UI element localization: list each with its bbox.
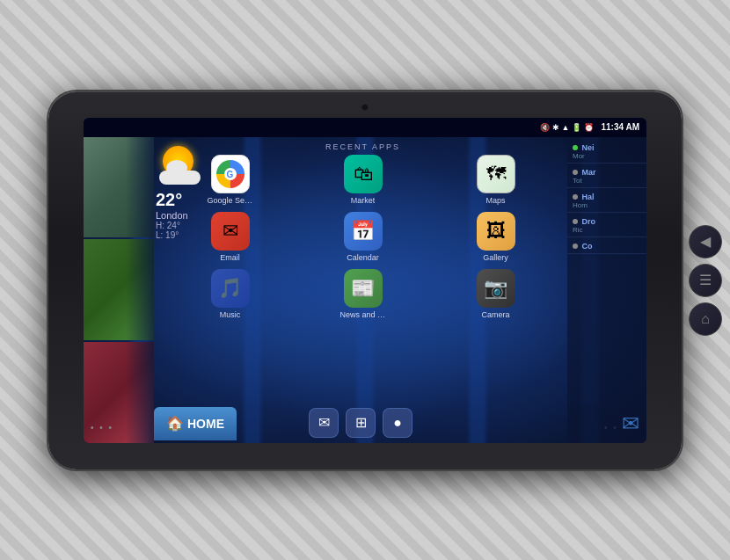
wifi-icon: ▲: [562, 123, 570, 132]
photo-landscape: [84, 137, 154, 238]
home-button[interactable]: ⌂: [689, 302, 722, 336]
news-weather-icon: 📰: [344, 269, 383, 308]
app-gallery[interactable]: 🖼 Gallery: [433, 212, 558, 262]
app-label-camera: Camera: [481, 310, 509, 319]
volume-off-icon: 🔇: [540, 123, 550, 132]
google-search-icon: [211, 155, 250, 193]
app-label-gallery: Gallery: [483, 253, 508, 262]
home-bar: • • • 🏠 HOME ✉ ⊞ ● • • •: [154, 404, 567, 443]
app-google-search[interactable]: Google Search: [167, 155, 293, 205]
app-news-weather[interactable]: 📰 News and Wi: [300, 269, 426, 319]
menu-button[interactable]: ☰: [689, 264, 722, 297]
contact-2[interactable]: Mar Tot: [567, 165, 646, 188]
app-label-market: Market: [351, 196, 376, 205]
online-dot-4: [573, 219, 578, 224]
contact-status-3: Hom: [573, 201, 641, 209]
app-market[interactable]: 🛍 Market: [300, 155, 426, 205]
home-dock: ✉ ⊞ ●: [309, 408, 412, 438]
contact-4[interactable]: Dro Ric: [567, 215, 646, 237]
gallery-icon: 🖼: [477, 212, 515, 251]
envelope-large-icon: ✉: [622, 411, 639, 436]
apps-grid: Google Search 🛍 Market 🗺 Maps: [158, 155, 567, 319]
app-label-email: Email: [220, 253, 240, 262]
camera-icon: 📷: [477, 269, 515, 308]
app-maps[interactable]: 🗺 Maps: [433, 155, 558, 205]
music-icon: 🎵: [211, 269, 250, 308]
dock-email-icon[interactable]: ✉: [309, 408, 339, 438]
online-dot-2: [573, 170, 578, 175]
home-tab[interactable]: 🏠 HOME: [154, 407, 237, 440]
bluetooth-icon: ✱: [552, 123, 559, 132]
camera-dot: [361, 104, 369, 111]
envelope-overlay: ✉: [567, 404, 646, 443]
recent-apps-panel: RECENT APPS Google Search 🛍 Market: [158, 137, 567, 404]
app-camera[interactable]: 📷 Camera: [433, 269, 558, 319]
contact-name-4: Dro: [573, 217, 641, 226]
contact-name-5: Co: [573, 242, 641, 251]
contact-name-2: Mar: [573, 168, 641, 177]
app-label-maps: Maps: [485, 196, 505, 205]
battery-icon: 🔋: [572, 123, 581, 132]
back-button[interactable]: ◀: [689, 225, 722, 258]
dock-apps-icon[interactable]: ⊞: [346, 408, 376, 438]
email-icon: ✉: [211, 212, 250, 251]
alarm-icon: ⏰: [584, 123, 594, 132]
app-calendar[interactable]: 📅 Calendar: [300, 212, 426, 262]
contact-name-1: Nei: [573, 143, 641, 152]
status-icons: 🔇 ✱ ▲ 🔋 ⏰: [540, 123, 595, 132]
dock-search-icon[interactable]: ●: [383, 408, 412, 438]
photo-strip: [84, 137, 154, 443]
maps-icon: 🗺: [477, 155, 515, 193]
app-label-music: Music: [220, 310, 241, 319]
app-label-google-search: Google Search: [208, 196, 253, 205]
screen-content: 22° London H: 24° L: 19° RECENT APPS Goo…: [84, 137, 646, 443]
home-label: HOME: [187, 417, 224, 431]
calendar-icon: 📅: [344, 212, 383, 251]
contact-status-2: Tot: [573, 177, 641, 185]
contact-1[interactable]: Nei Mor: [567, 141, 646, 164]
market-icon: 🛍: [344, 155, 383, 193]
app-email[interactable]: ✉ Email: [167, 212, 293, 262]
house-icon: 🏠: [166, 415, 184, 432]
photo-green: [84, 239, 154, 340]
contact-status-1: Mor: [573, 152, 641, 160]
tablet-screen: 🔇 ✱ ▲ 🔋 ⏰ 11:34 AM: [84, 118, 646, 443]
contact-status-4: Ric: [573, 226, 641, 234]
status-bar: 🔇 ✱ ▲ 🔋 ⏰ 11:34 AM: [84, 118, 646, 137]
contacts-sidebar: Nei Mor Mar Tot Hal Hom: [567, 137, 646, 404]
contact-name-3: Hal: [573, 193, 641, 201]
online-dot-3: [573, 194, 578, 200]
app-label-calendar: Calendar: [347, 253, 379, 262]
recent-apps-title: RECENT APPS: [158, 137, 567, 155]
contact-5[interactable]: Co: [567, 239, 646, 254]
online-dot-1: [573, 145, 578, 150]
home-dots-left: • • •: [91, 423, 113, 433]
status-time: 11:34 AM: [601, 122, 639, 132]
online-dot-5: [573, 244, 578, 249]
tablet-device: 🔇 ✱ ▲ 🔋 ⏰ 11:34 AM: [48, 91, 682, 469]
app-label-news-weather: News and Wi: [340, 310, 386, 319]
contact-3[interactable]: Hal Hom: [567, 190, 646, 213]
app-music[interactable]: 🎵 Music: [167, 269, 293, 319]
right-nav-buttons: ◀ ☰ ⌂: [689, 225, 722, 336]
